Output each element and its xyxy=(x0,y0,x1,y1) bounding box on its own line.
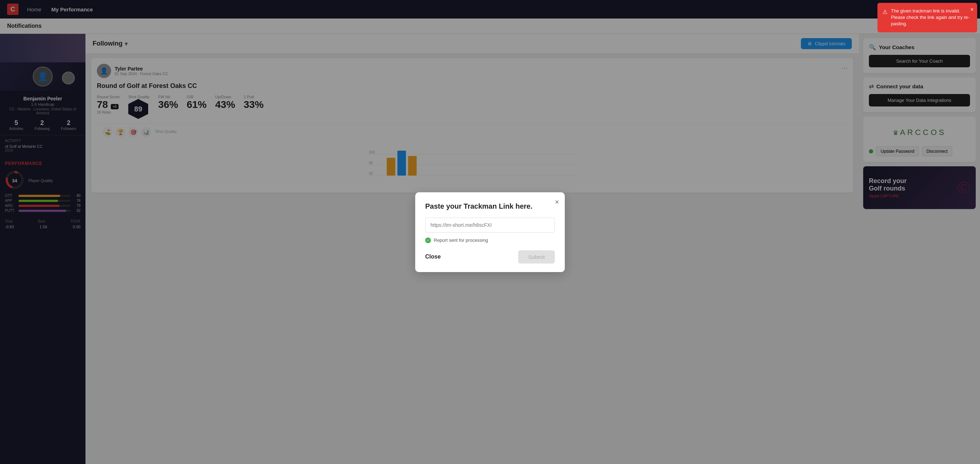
warning-icon: ⚠ xyxy=(883,8,888,16)
success-check-icon: ✓ xyxy=(425,238,431,243)
modal-actions: Close Submit xyxy=(425,250,555,264)
modal-close-icon[interactable]: × xyxy=(555,198,559,206)
error-toast: ⚠ The given trackman link is invalid. Pl… xyxy=(877,3,977,32)
modal-overlay[interactable]: Paste your Trackman Link here. × ✓ Repor… xyxy=(0,0,980,464)
trackman-modal: Paste your Trackman Link here. × ✓ Repor… xyxy=(415,192,565,272)
trackman-link-input[interactable] xyxy=(425,218,555,232)
close-toast-button[interactable]: × xyxy=(970,6,974,14)
modal-success-message: ✓ Report sent for processing xyxy=(425,238,555,243)
error-message: The given trackman link is invalid. Plea… xyxy=(891,8,971,27)
modal-submit-button[interactable]: Submit xyxy=(518,250,555,264)
modal-title: Paste your Trackman Link here. xyxy=(425,202,555,210)
modal-close-button[interactable]: Close xyxy=(425,254,441,260)
